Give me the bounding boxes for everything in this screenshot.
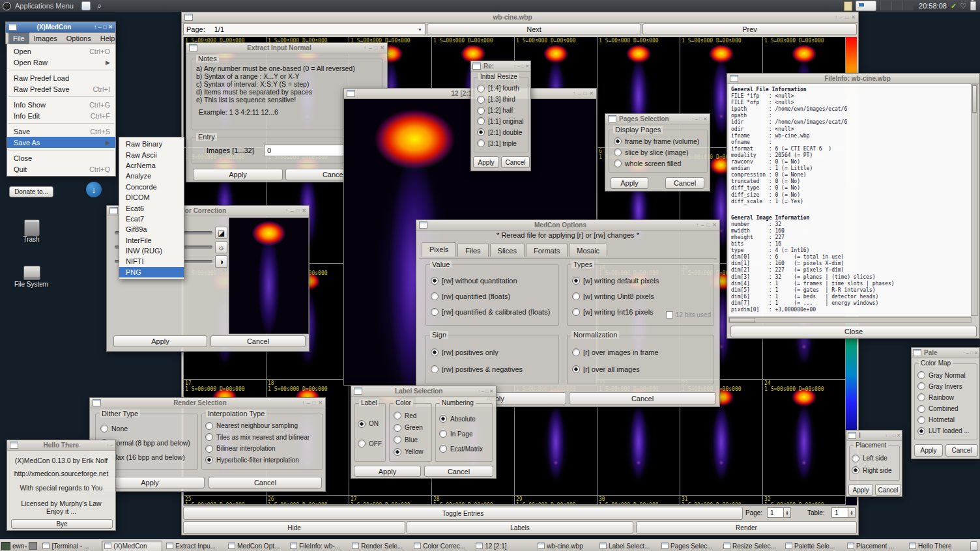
radio-option[interactable]: [w] writing default pixels <box>572 277 710 285</box>
task-button[interactable]: Pages Selec... <box>659 541 719 551</box>
radio-option[interactable]: LUT loaded ... <box>917 427 973 435</box>
radio-option[interactable]: [rw] quantified & calibrated (floats) <box>431 308 555 316</box>
page-combo[interactable]: Page: 1/1 ▼ <box>183 23 425 35</box>
window-buttons[interactable]: ↑‒□✕ <box>94 24 113 30</box>
menu-item[interactable]: AcrNema <box>119 160 184 171</box>
tray-slot[interactable] <box>891 1 902 10</box>
table-spinner[interactable]: 1 ▲▼ <box>831 507 856 518</box>
spinner-arrows-icon[interactable]: ▲▼ <box>784 507 791 518</box>
menubar-item[interactable]: Options <box>62 33 96 44</box>
window-buttons[interactable]: ↑‒□✕ <box>573 91 594 96</box>
cancel-button[interactable]: Cancel <box>209 477 322 488</box>
gamma-icon[interactable]: ◪ <box>215 227 227 239</box>
menu-item[interactable]: OpenCtrl+O▶ <box>7 46 115 57</box>
apply-button[interactable]: Apply <box>113 335 207 347</box>
trash-icon[interactable] <box>24 219 40 236</box>
tray-screenshot-icon[interactable] <box>856 1 876 11</box>
next-page-button[interactable]: Next <box>427 23 641 35</box>
menu-item[interactable]: NIFTI <box>119 256 184 266</box>
task-button[interactable]: Extract Inpu... <box>164 541 224 551</box>
menu-item[interactable]: Raw Ascii <box>119 149 184 160</box>
menu-item[interactable]: DICOM <box>119 192 184 203</box>
cancel-button[interactable]: Cancel <box>875 484 901 496</box>
clock[interactable]: 20:58:08 <box>919 2 947 10</box>
radio-option[interactable]: whole screen filled <box>614 160 704 167</box>
radio-option[interactable]: Absolute <box>439 415 489 423</box>
viewer-titlebar[interactable]: wb-cine.wbp ↑‒□✕ <box>182 12 858 23</box>
window-buttons[interactable]: ↑‒□✕ <box>302 400 323 406</box>
battery-icon[interactable] <box>970 1 976 10</box>
radio-option[interactable]: None <box>100 425 194 432</box>
user-widget[interactable]: ewn <box>12 543 24 550</box>
contrast-icon[interactable]: ◑ <box>215 255 227 268</box>
radio-option[interactable]: [r] over all images <box>572 365 710 373</box>
hide-button[interactable]: Hide <box>183 521 405 534</box>
options-titlebar[interactable]: MedCon Options ↑‒□✕ <box>416 220 719 231</box>
radio-option[interactable]: [w] writing Uint8 pixels <box>572 292 710 300</box>
viewer-window-buttons[interactable]: ↑‒□✕ <box>835 14 856 20</box>
cancel-button[interactable]: Cancel <box>945 444 978 457</box>
render-titlebar[interactable]: Render Selection ↑‒□✕ <box>90 398 325 408</box>
radio-option[interactable]: Green <box>394 424 428 432</box>
menu-item[interactable]: ▶ <box>8 70 114 70</box>
radio-option[interactable]: Red <box>394 412 428 419</box>
spinner-arrows-icon[interactable]: ▲▼ <box>848 507 856 518</box>
menu-item[interactable]: ▶ <box>8 96 114 97</box>
menu-item[interactable]: INW (RUG) <box>119 246 184 256</box>
radio-option[interactable]: [1:2] half <box>477 107 525 115</box>
menu-item[interactable]: Info ShowCtrl+G▶ <box>7 99 115 110</box>
radio-option[interactable]: Gray Invers <box>917 382 973 390</box>
tray-slot[interactable] <box>902 1 914 10</box>
apply-button[interactable]: Apply <box>193 169 283 180</box>
menubar-item[interactable]: Help <box>96 33 120 44</box>
thumbnail-cell[interactable]: 301 S=00s000 D=00s000 <box>598 496 680 504</box>
page-spinner[interactable]: 1 ▲▼ <box>767 507 791 518</box>
bye-button[interactable]: Bye <box>11 519 113 529</box>
tray-clipboard-icon[interactable] <box>844 1 852 11</box>
menubar-item[interactable]: Images <box>29 33 62 44</box>
radio-option[interactable]: Ecat/Matrix <box>439 445 489 453</box>
task-button[interactable]: (X)MedCon <box>102 541 162 551</box>
apply-button[interactable]: Apply <box>914 444 943 457</box>
tab[interactable]: Files <box>457 244 488 257</box>
toggle-entries-button[interactable]: Toggle Entries <box>183 507 743 520</box>
menu-item[interactable]: ▶ <box>8 150 114 150</box>
radio-option[interactable]: [1:4] fourth <box>477 85 525 92</box>
window-buttons[interactable]: ↑‒□✕ <box>478 389 493 394</box>
task-button[interactable]: MedCon Opt... <box>225 541 286 551</box>
menu-item[interactable]: Raw Predef SaveCtrl+I▶ <box>7 83 115 94</box>
task-button[interactable]: Render Sele... <box>349 541 410 551</box>
radio-option[interactable]: ON <box>358 420 382 428</box>
radio-option[interactable]: [3:1] triple <box>477 139 525 147</box>
palette-titlebar[interactable]: Pale ↑‒□✕ <box>912 348 979 358</box>
menu-item[interactable]: Save As▶ <box>7 137 115 148</box>
file-manager-icon[interactable] <box>81 1 91 10</box>
tab[interactable]: Formats <box>526 244 568 257</box>
menu-item[interactable]: ▶ <box>8 123 114 124</box>
window-buttons[interactable]: ↑‒ <box>107 443 113 447</box>
radio-option[interactable]: Tiles as mix nearest and bilinear <box>205 433 319 441</box>
window-buttons[interactable]: ↑‒□✕ <box>285 208 306 214</box>
menu-item[interactable]: Info EditCtrl+F▶ <box>7 110 115 121</box>
radio-option[interactable]: Bilinear interpolation <box>205 445 319 453</box>
cancel-button[interactable]: Cancel <box>210 335 306 347</box>
menu-item[interactable]: InterFile <box>119 235 184 246</box>
task-button[interactable]: Palette Sele... <box>783 541 843 551</box>
radio-option[interactable]: Gray Normal <box>917 371 973 379</box>
apply-button[interactable]: Apply <box>354 466 421 477</box>
apply-button[interactable]: Apply <box>611 177 648 189</box>
thumbnail-cell[interactable]: 271 S=00s000 D=00s000 <box>349 496 432 504</box>
thumbnail-cell[interactable]: 321 S=00s000 D=00s000 <box>763 496 846 504</box>
update-check-icon[interactable]: ✓ <box>951 2 957 10</box>
menu-item[interactable]: SaveCtrl+S▶ <box>7 126 115 137</box>
radio-option[interactable]: Blue <box>394 436 428 444</box>
radio-option[interactable]: Hotmetal <box>917 416 973 424</box>
pages-titlebar[interactable]: Pages Selection ↑‒□✕ <box>605 114 710 124</box>
menu-item[interactable]: Raw Binary <box>119 139 184 149</box>
menu-item[interactable]: Analyze <box>119 171 184 181</box>
radio-option[interactable]: [2:1] double <box>477 128 525 136</box>
menu-item[interactable]: Open Raw▶ <box>7 57 115 68</box>
radio-option[interactable]: [rw] positives only <box>431 348 555 356</box>
applications-menu-label[interactable]: Applications Menu <box>15 2 74 10</box>
cancel-button[interactable]: Cancel <box>569 392 716 404</box>
